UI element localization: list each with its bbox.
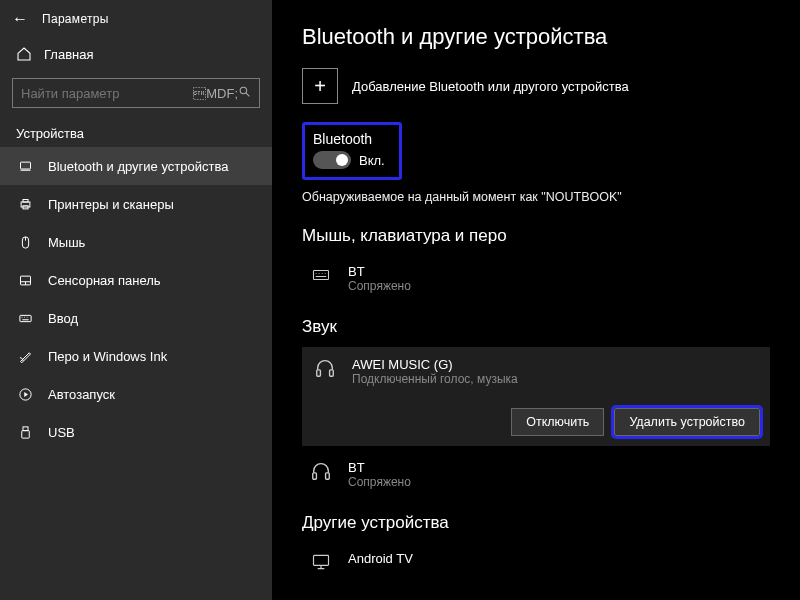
svg-rect-11	[314, 271, 329, 280]
bluetooth-toggle[interactable]	[313, 151, 351, 169]
sidebar-item-touchpad[interactable]: Сенсорная панель	[0, 261, 272, 299]
sidebar-item-typing[interactable]: Ввод	[0, 299, 272, 337]
bluetooth-icon	[16, 158, 34, 174]
printer-icon	[16, 196, 34, 212]
keyboard-icon	[308, 264, 334, 286]
svg-rect-1	[20, 162, 30, 169]
sidebar-item-label: USB	[48, 425, 75, 440]
sidebar-item-label: Сенсорная панель	[48, 273, 161, 288]
app-title: Параметры	[42, 12, 109, 26]
device-status: Сопряжено	[348, 279, 411, 293]
search-icon: MDF;	[193, 86, 238, 101]
svg-rect-3	[23, 199, 28, 202]
device-item[interactable]: BT Сопряжено	[302, 256, 770, 301]
sidebar-nav: Bluetooth и другие устройства Принтеры и…	[0, 147, 272, 451]
svg-rect-10	[21, 430, 29, 438]
home-icon	[16, 46, 32, 62]
sidebar-item-bluetooth[interactable]: Bluetooth и другие устройства	[0, 147, 272, 185]
headphones-icon	[312, 357, 338, 379]
device-name: BT	[348, 460, 411, 475]
svg-rect-2	[21, 202, 30, 207]
discoverable-status: Обнаруживаемое на данный момент как "NOU…	[302, 190, 770, 204]
title-bar: ← Параметры	[0, 0, 272, 36]
disconnect-button[interactable]: Отключить	[511, 408, 604, 436]
device-item[interactable]: Android TV	[302, 543, 770, 581]
bluetooth-heading: Bluetooth	[313, 131, 385, 147]
sidebar-item-label: Ввод	[48, 311, 78, 326]
bluetooth-toggle-highlight: Bluetooth Вкл.	[302, 122, 402, 180]
mouse-icon	[16, 234, 34, 250]
sidebar-item-label: Перо и Windows Ink	[48, 349, 167, 364]
sidebar-item-autoplay[interactable]: Автозапуск	[0, 375, 272, 413]
monitor-icon	[308, 551, 334, 573]
plus-icon: +	[302, 68, 338, 104]
search-input[interactable]: MDF;	[12, 78, 260, 108]
page-title: Bluetooth и другие устройства	[302, 24, 770, 50]
bluetooth-toggle-row: Вкл.	[313, 151, 385, 169]
device-name: BT	[348, 264, 411, 279]
sidebar-item-home[interactable]: Главная	[0, 36, 272, 72]
sidebar-section-label: Устройства	[0, 118, 272, 147]
search-field[interactable]	[21, 86, 193, 101]
section-sound: Звук	[302, 317, 770, 337]
device-item-selected[interactable]: AWEI MUSIC (G) Подключенный голос, музык…	[302, 347, 770, 446]
headphones-icon	[308, 460, 334, 482]
keyboard-icon	[16, 310, 34, 326]
sidebar-item-pen[interactable]: Перо и Windows Ink	[0, 337, 272, 375]
pen-icon	[16, 348, 34, 364]
device-status: Сопряжено	[348, 475, 411, 489]
autoplay-icon	[16, 386, 34, 402]
usb-icon	[16, 424, 34, 440]
sidebar-item-mouse[interactable]: Мышь	[0, 223, 272, 261]
device-status: Подключенный голос, музыка	[352, 372, 518, 386]
sidebar-item-label: Bluetooth и другие устройства	[48, 159, 228, 174]
device-name: Android TV	[348, 551, 413, 566]
device-name: AWEI MUSIC (G)	[352, 357, 518, 372]
add-device-label: Добавление Bluetooth или другого устройс…	[352, 79, 629, 94]
svg-rect-7	[19, 315, 30, 321]
sidebar: ← Параметры Главная MDF; Устройства Blu…	[0, 0, 272, 600]
svg-point-0	[240, 87, 247, 94]
device-action-row: Отключить Удалить устройство	[511, 408, 760, 436]
sidebar-item-label: Автозапуск	[48, 387, 115, 402]
main-content: Bluetooth и другие устройства + Добавлен…	[272, 0, 800, 600]
home-label: Главная	[44, 47, 93, 62]
device-item[interactable]: BT Сопряжено	[302, 452, 770, 497]
back-arrow-icon[interactable]: ←	[12, 10, 28, 28]
svg-rect-12	[317, 370, 321, 376]
remove-device-button[interactable]: Удалить устройство	[614, 408, 760, 436]
sidebar-item-label: Мышь	[48, 235, 85, 250]
svg-rect-9	[23, 426, 28, 430]
svg-rect-14	[313, 473, 317, 479]
svg-rect-13	[330, 370, 334, 376]
touchpad-icon	[16, 272, 34, 288]
sidebar-item-usb[interactable]: USB	[0, 413, 272, 451]
svg-rect-15	[326, 473, 330, 479]
svg-rect-16	[314, 555, 329, 565]
add-device-button[interactable]: + Добавление Bluetooth или другого устро…	[302, 68, 770, 104]
section-other-devices: Другие устройства	[302, 513, 770, 533]
sidebar-item-label: Принтеры и сканеры	[48, 197, 174, 212]
section-mouse-keyboard: Мышь, клавиатура и перо	[302, 226, 770, 246]
sidebar-item-printers[interactable]: Принтеры и сканеры	[0, 185, 272, 223]
search-icon	[238, 85, 251, 101]
bluetooth-toggle-state: Вкл.	[359, 153, 385, 168]
